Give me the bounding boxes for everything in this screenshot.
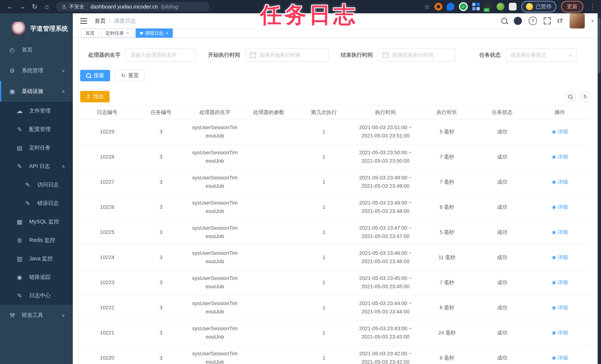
home-icon[interactable]: ⌂ bbox=[41, 3, 52, 10]
detail-link[interactable]: ◉详细 bbox=[552, 228, 568, 236]
extension-on-icon[interactable]: on bbox=[484, 3, 492, 10]
sidebar-item-config-management[interactable]: ✎配置管理 bbox=[0, 120, 73, 139]
scrollbar-thumb[interactable] bbox=[598, 18, 601, 73]
bookmark-star-icon[interactable]: ☆ bbox=[424, 3, 430, 10]
sidebar-logo-row[interactable]: 芋道管理系统 bbox=[0, 13, 73, 40]
detail-link[interactable]: ◉详细 bbox=[552, 329, 568, 337]
detail-link[interactable]: ◉详细 bbox=[552, 354, 568, 362]
address-bar[interactable]: ⚠ 不安全 dashboard.yudao.iocoder.cn/job/log bbox=[56, 2, 210, 11]
extension-puzzle-icon[interactable] bbox=[509, 3, 517, 10]
detail-link[interactable]: ◉详细 bbox=[552, 128, 568, 136]
column-header: 操作 bbox=[529, 105, 591, 119]
sidebar-item-label: 链路追踪 bbox=[29, 273, 51, 281]
fullscreen-icon[interactable] bbox=[544, 17, 551, 24]
end-time-input[interactable] bbox=[392, 52, 451, 58]
export-button[interactable]: ↥ 导出 bbox=[80, 91, 110, 102]
cell-handler-param bbox=[242, 245, 296, 270]
cell-execute-index: 1 bbox=[296, 320, 352, 345]
avatar-caret-down-icon[interactable]: ▾ bbox=[591, 18, 594, 23]
table-row: 102243sysUserSessionTimeoutJob12021-05-0… bbox=[80, 245, 591, 270]
cell-actions: ◉详细 bbox=[529, 119, 591, 144]
hamburger-icon[interactable] bbox=[80, 18, 87, 24]
chevron-down-icon: ∨ bbox=[62, 313, 65, 318]
sidebar-item-access-logs[interactable]: ✎访问日志 bbox=[0, 175, 73, 194]
java-monitor-icon: ▥ bbox=[16, 255, 24, 262]
cell-handler-name: sysUserSessionTimeoutJob bbox=[188, 295, 242, 320]
sidebar-item-api-logs[interactable]: ✎API 日志∧ bbox=[0, 157, 73, 175]
detail-link-label: 详细 bbox=[558, 278, 568, 287]
reload-icon[interactable]: ↻ bbox=[29, 3, 40, 10]
forward-icon[interactable]: → bbox=[17, 3, 28, 10]
search-icon[interactable] bbox=[501, 18, 507, 24]
close-tab-icon[interactable]: × bbox=[126, 30, 129, 36]
back-icon[interactable]: ← bbox=[5, 3, 16, 10]
column-header: 第几次执行 bbox=[296, 105, 352, 119]
github-icon[interactable] bbox=[514, 17, 522, 25]
browser-scrollbar[interactable] bbox=[598, 0, 601, 364]
cell-status: 成功 bbox=[475, 195, 529, 220]
question-icon[interactable]: ? bbox=[529, 17, 537, 25]
sidebar-item-infrastructure[interactable]: ▣基础设施∧ bbox=[0, 81, 73, 102]
extension-grid-icon[interactable] bbox=[472, 3, 480, 10]
cell-log-id: 10223 bbox=[80, 270, 134, 295]
sidebar-item-error-logs[interactable]: ✎错误日志 bbox=[0, 194, 73, 212]
task-status-select[interactable]: 请选择任务状态 ∨ bbox=[505, 48, 577, 62]
cell-duration: 7 毫秒 bbox=[419, 169, 475, 195]
close-tab-icon[interactable]: × bbox=[166, 30, 168, 36]
search-button[interactable]: 搜索 bbox=[80, 70, 110, 81]
cell-execute-index: 1 bbox=[296, 119, 352, 144]
tab-scheduled-tasks[interactable]: 定时任务× bbox=[101, 29, 133, 38]
detail-link[interactable]: ◉详细 bbox=[552, 178, 568, 186]
detail-link[interactable]: ◉详细 bbox=[552, 153, 568, 161]
cell-execute-index: 1 bbox=[296, 169, 352, 195]
view-icon: ◉ bbox=[552, 128, 556, 136]
sidebar-item-home[interactable]: ◴首页 bbox=[0, 40, 73, 60]
cell-execute-time: 2021-05-03 23:45:00 ~2021-05-03 23:45:00 bbox=[352, 270, 419, 295]
tab-job-log[interactable]: 调度日志× bbox=[136, 29, 173, 38]
extension-orange-icon[interactable] bbox=[435, 3, 442, 10]
screen: ←→↻⌂ ⚠ 不安全 dashboard.yudao.iocoder.cn/jo… bbox=[0, 0, 601, 364]
sidebar-item-system-management[interactable]: ⚙系统管理∨ bbox=[0, 60, 73, 81]
sidebar-item-trace[interactable]: ◉链路追踪 bbox=[0, 268, 73, 286]
detail-link-label: 详细 bbox=[558, 153, 568, 161]
cell-duration: 5 毫秒 bbox=[419, 119, 475, 144]
cell-execute-time: 2021-05-03 23:49:00 ~2021-05-03 23:49:00 bbox=[352, 169, 419, 195]
sidebar-item-file-management[interactable]: ☁文件管理 bbox=[0, 102, 73, 120]
sidebar-item-log-center[interactable]: ✎日志中心 bbox=[0, 286, 73, 305]
search-button-label: 搜索 bbox=[93, 72, 104, 79]
reset-button[interactable]: ↻ 重置 bbox=[115, 70, 145, 81]
extension-leaf-icon[interactable] bbox=[497, 3, 504, 10]
detail-link[interactable]: ◉详细 bbox=[552, 278, 568, 287]
cell-actions: ◉详细 bbox=[529, 320, 591, 345]
sidebar-item-mysql-monitor[interactable]: ▦MySQL 监控 bbox=[0, 212, 73, 231]
handler-name-input[interactable] bbox=[130, 52, 191, 58]
cell-log-id: 10222 bbox=[80, 295, 134, 320]
font-size-icon[interactable]: tT bbox=[557, 18, 563, 24]
detail-link[interactable]: ◉详细 bbox=[552, 253, 568, 262]
sidebar-item-dev-tools[interactable]: ⚒研发工具∨ bbox=[0, 305, 73, 325]
sidebar-item-label: 基础设施 bbox=[22, 88, 43, 95]
edit-icon: ✎ bbox=[16, 163, 24, 170]
table-row: 102203sysUserSessionTimeoutJob12021-05-0… bbox=[80, 345, 591, 364]
cell-actions: ◉详细 bbox=[529, 144, 591, 169]
browser-update-button[interactable]: 更新 bbox=[561, 1, 583, 12]
view-icon: ◉ bbox=[552, 228, 556, 236]
sidebar-item-label: 文件管理 bbox=[29, 107, 51, 115]
breadcrumb-home[interactable]: 首页 bbox=[95, 17, 106, 25]
sidebar-item-label: 配置管理 bbox=[29, 126, 51, 133]
user-avatar[interactable] bbox=[570, 13, 585, 29]
refresh-table-button[interactable]: ↻ bbox=[580, 91, 591, 102]
detail-link[interactable]: ◉详细 bbox=[552, 203, 568, 211]
sidebar-item-scheduled-tasks[interactable]: ▤定时任务 bbox=[0, 139, 73, 157]
sidebar-item-java-monitor[interactable]: ▥Java 监控 bbox=[0, 249, 73, 268]
tab-home[interactable]: 首页 bbox=[81, 29, 99, 38]
extension-blue-icon[interactable] bbox=[447, 3, 454, 10]
start-time-input[interactable] bbox=[259, 52, 324, 58]
job-log-table: 日志编号任务编号处理器的名字处理器的参数第几次执行执行时间执行时长任务状态操作 … bbox=[80, 105, 591, 364]
sidebar-item-redis-monitor[interactable]: ≣Redis 监控 bbox=[0, 231, 73, 249]
extension-green-check-icon[interactable]: ✓ bbox=[459, 2, 468, 11]
toggle-search-button[interactable] bbox=[565, 91, 575, 102]
browser-menu-icon[interactable]: ⋮ bbox=[589, 2, 596, 11]
profile-paused-pill[interactable]: 已暂停 bbox=[521, 1, 556, 12]
detail-link[interactable]: ◉详细 bbox=[552, 303, 568, 312]
